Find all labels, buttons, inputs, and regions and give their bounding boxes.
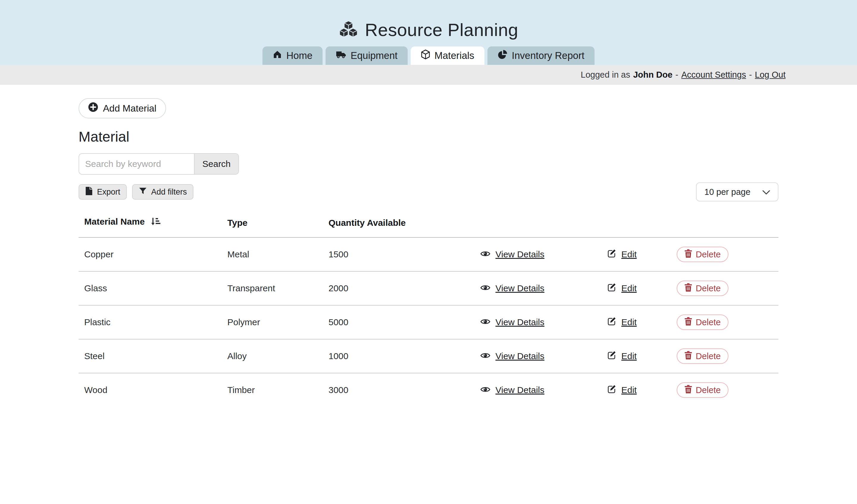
edit-link[interactable]: Edit	[621, 249, 637, 259]
per-page-select[interactable]: 10 per page	[696, 182, 778, 201]
tab-label: Inventory Report	[512, 50, 584, 61]
section-heading: Material	[79, 129, 778, 145]
edit-pencil-icon	[607, 384, 616, 396]
export-label: Export	[97, 187, 120, 197]
table-row: Wood Timber 3000 View	[79, 373, 778, 407]
column-header-material-name[interactable]: Material Name	[79, 216, 227, 237]
view-details-link[interactable]: View Details	[495, 249, 544, 259]
cell-material-name: Copper	[79, 237, 227, 271]
table-row: Glass Transparent 2000	[79, 271, 778, 305]
tab-label: Home	[286, 50, 313, 61]
search-button[interactable]: Search	[194, 154, 238, 174]
toolbar: Export Add filters 10 per page	[79, 182, 778, 201]
delete-label: Delete	[696, 385, 721, 395]
tab-inventory-report[interactable]: Inventory Report	[487, 46, 594, 65]
cell-delete: Delete	[677, 237, 778, 271]
tab-materials[interactable]: Materials	[411, 46, 484, 65]
eye-icon	[480, 249, 490, 259]
add-material-button[interactable]: Add Material	[79, 98, 166, 118]
view-details-link[interactable]: View Details	[495, 385, 544, 395]
table-header-row: Material Name Type Quantity Available	[79, 216, 778, 237]
materials-table: Material Name Type Quantity Available	[79, 216, 778, 407]
main-nav: Home Equipment Materials	[0, 46, 857, 65]
cell-quantity: 5000	[329, 305, 480, 339]
cell-type: Timber	[227, 373, 329, 407]
trash-icon	[684, 283, 692, 293]
export-button[interactable]: Export	[79, 184, 127, 200]
logout-link[interactable]: Log Out	[755, 70, 786, 80]
cell-edit: Edit	[607, 271, 677, 305]
delete-button[interactable]: Delete	[677, 348, 728, 364]
column-header-quantity[interactable]: Quantity Available	[329, 216, 480, 237]
tab-label: Materials	[435, 50, 474, 61]
table-row: Steel Alloy 1000 View	[79, 339, 778, 373]
column-header-edit	[607, 216, 677, 237]
sort-ascending-icon[interactable]	[148, 219, 161, 229]
cell-quantity: 3000	[329, 373, 480, 407]
trash-icon	[684, 317, 692, 327]
cell-edit: Edit	[607, 373, 677, 407]
cell-delete: Delete	[677, 373, 778, 407]
delete-button[interactable]: Delete	[677, 382, 728, 398]
edit-link[interactable]: Edit	[621, 317, 637, 327]
account-settings-link[interactable]: Account Settings	[682, 70, 746, 80]
edit-pencil-icon	[607, 249, 616, 260]
search-input[interactable]	[79, 154, 194, 174]
cell-type: Polymer	[227, 305, 329, 339]
view-details-link[interactable]: View Details	[495, 351, 544, 361]
cell-material-name: Glass	[79, 271, 227, 305]
edit-pencil-icon	[607, 351, 616, 362]
main-content: Add Material Material Search Export	[79, 85, 778, 407]
cell-view: View Details	[480, 237, 607, 271]
edit-pencil-icon	[607, 283, 616, 294]
cell-delete: Delete	[677, 271, 778, 305]
cell-quantity: 2000	[329, 271, 480, 305]
search-group: Search	[79, 153, 239, 175]
page-title: Resource Planning	[365, 20, 518, 40]
add-material-label: Add Material	[103, 103, 156, 114]
session-prefix: Logged in as	[581, 70, 630, 80]
view-details-link[interactable]: View Details	[495, 283, 544, 293]
pie-chart-icon	[498, 49, 508, 62]
session-bar: Logged in as John Doe - Account Settings…	[0, 65, 857, 85]
add-filters-label: Add filters	[151, 187, 187, 197]
tab-label: Equipment	[351, 50, 398, 61]
filter-funnel-icon	[139, 187, 147, 197]
tab-equipment[interactable]: Equipment	[325, 46, 408, 65]
view-details-link[interactable]: View Details	[495, 317, 544, 327]
app-header: Resource Planning Home Equipment	[0, 0, 857, 65]
trash-icon	[684, 385, 692, 396]
edit-link[interactable]: Edit	[621, 351, 637, 361]
cell-view: View Details	[480, 373, 607, 407]
cell-delete: Delete	[677, 305, 778, 339]
add-filters-button[interactable]: Add filters	[132, 184, 194, 200]
cell-material-name: Wood	[79, 373, 227, 407]
cell-edit: Edit	[607, 237, 677, 271]
eye-icon	[480, 351, 490, 361]
per-page-value: 10 per page	[704, 187, 751, 197]
edit-link[interactable]: Edit	[621, 385, 637, 395]
truck-icon	[336, 50, 346, 62]
edit-link[interactable]: Edit	[621, 283, 637, 293]
column-header-type[interactable]: Type	[227, 216, 329, 237]
delete-label: Delete	[696, 284, 721, 293]
delete-button[interactable]: Delete	[677, 281, 728, 296]
cell-type: Metal	[227, 237, 329, 271]
cell-type: Transparent	[227, 271, 329, 305]
delete-button[interactable]: Delete	[677, 247, 728, 262]
separator: -	[675, 70, 678, 80]
tab-home[interactable]: Home	[263, 46, 322, 65]
cell-type: Alloy	[227, 339, 329, 373]
delete-button[interactable]: Delete	[677, 315, 728, 330]
cell-quantity: 1500	[329, 237, 480, 271]
trash-icon	[684, 351, 692, 362]
session-username: John Doe	[633, 70, 673, 80]
plus-circle-icon	[88, 102, 98, 115]
delete-label: Delete	[696, 317, 721, 327]
eye-icon	[480, 317, 490, 327]
table-body: Copper Metal 1500 Vie	[79, 237, 778, 407]
cell-view: View Details	[480, 339, 607, 373]
separator: -	[749, 70, 752, 80]
cell-edit: Edit	[607, 305, 677, 339]
cell-material-name: Plastic	[79, 305, 227, 339]
